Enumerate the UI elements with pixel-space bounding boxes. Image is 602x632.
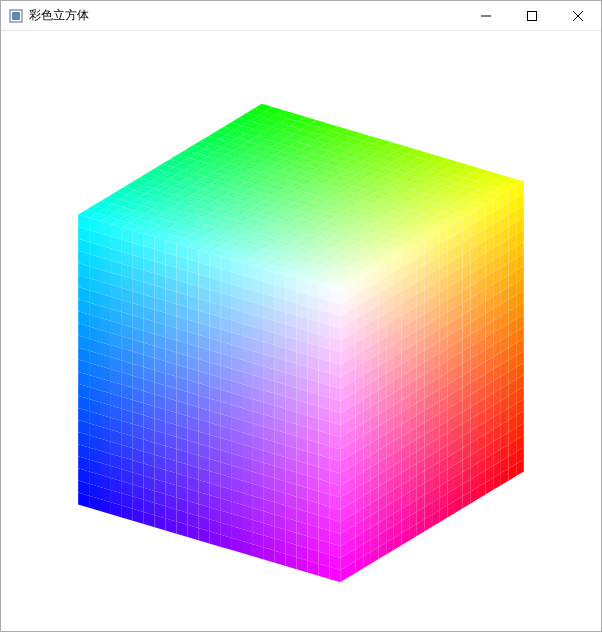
close-button[interactable]	[555, 1, 601, 30]
app-icon	[9, 9, 23, 23]
close-icon	[573, 11, 583, 21]
minimize-button[interactable]	[463, 1, 509, 30]
window-title: 彩色立方体	[29, 7, 89, 24]
color-cube-canvas	[1, 31, 601, 631]
titlebar-left: 彩色立方体	[9, 7, 89, 24]
maximize-button[interactable]	[509, 1, 555, 30]
svg-rect-1	[12, 12, 20, 20]
titlebar[interactable]: 彩色立方体	[1, 1, 601, 31]
svg-rect-3	[528, 11, 537, 20]
minimize-icon	[481, 11, 491, 21]
maximize-icon	[527, 11, 537, 21]
render-viewport[interactable]	[1, 31, 601, 631]
window-controls	[463, 1, 601, 30]
